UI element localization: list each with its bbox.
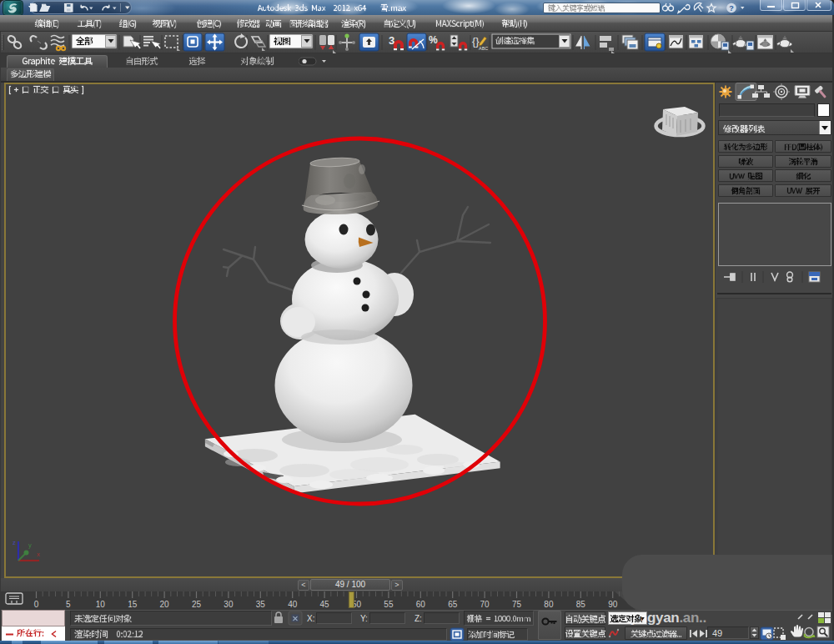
svg-text:80: 80: [544, 600, 554, 609]
svg-text:75: 75: [512, 600, 522, 609]
svg-text:15: 15: [128, 600, 138, 609]
svg-text:ABC: ABC: [479, 46, 488, 51]
svg-text:?: ?: [729, 4, 734, 13]
svg-text:85: 85: [576, 600, 586, 609]
svg-text:35: 35: [256, 600, 266, 609]
svg-text:x: x: [37, 551, 40, 558]
svg-text:40: 40: [288, 600, 298, 609]
svg-text:0: 0: [34, 600, 39, 609]
svg-text:z: z: [13, 539, 16, 546]
svg-text:%: %: [429, 34, 438, 46]
svg-text:55: 55: [384, 600, 394, 609]
svg-text:45: 45: [320, 600, 330, 609]
svg-text:y: y: [28, 541, 32, 549]
svg-text:90: 90: [608, 600, 618, 609]
svg-text:5: 5: [66, 600, 71, 609]
svg-text:25: 25: [192, 600, 202, 609]
svg-text:70: 70: [480, 600, 490, 609]
svg-text:65: 65: [448, 600, 458, 609]
svg-text:10: 10: [96, 600, 106, 609]
svg-text:30: 30: [224, 600, 234, 609]
svg-text:20: 20: [160, 600, 170, 609]
svg-text:60: 60: [416, 600, 426, 609]
